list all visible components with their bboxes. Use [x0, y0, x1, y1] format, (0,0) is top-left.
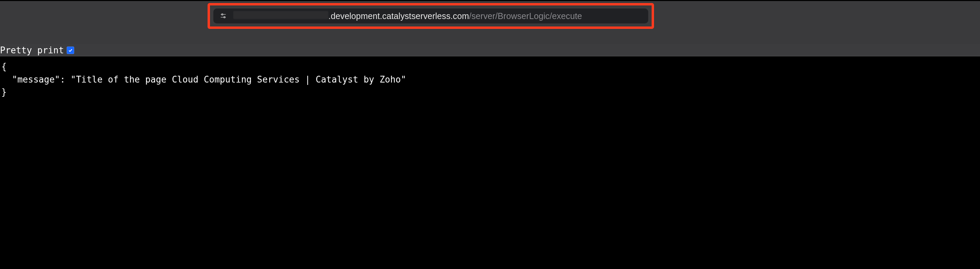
pretty-print-label: Pretty print: [0, 46, 64, 55]
address-bar-highlight: .development.catalystserverless.com /ser…: [208, 3, 654, 29]
pretty-print-checkbox[interactable]: [67, 46, 74, 54]
pretty-print-bar: Pretty print: [0, 44, 980, 56]
json-line: "message": "Title of the page Cloud Comp…: [2, 74, 406, 85]
url-host: .development.catalystserverless.com: [328, 11, 469, 21]
json-line: {: [2, 62, 7, 72]
address-bar[interactable]: .development.catalystserverless.com /ser…: [213, 8, 648, 24]
url-path: /server/BrowserLogic/execute: [469, 11, 582, 21]
json-response-body: { "message": "Title of the page Cloud Co…: [0, 56, 980, 103]
toolbar-lower: [0, 29, 980, 44]
json-line: }: [2, 87, 7, 97]
site-settings-icon[interactable]: [220, 12, 227, 20]
url-text: .development.catalystserverless.com /ser…: [233, 11, 582, 21]
url-redacted-portion: [233, 11, 328, 19]
check-icon: [68, 48, 73, 53]
browser-toolbar: .development.catalystserverless.com /ser…: [0, 0, 980, 29]
